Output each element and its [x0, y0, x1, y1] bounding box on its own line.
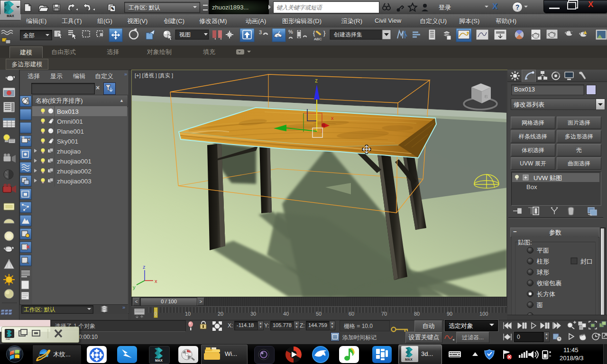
svg-text:x: x	[331, 115, 334, 121]
svg-text:创建选择集: 创建选择集	[333, 31, 362, 38]
svg-text:z: z	[143, 264, 146, 270]
svg-text:Box013: Box013	[57, 108, 79, 115]
svg-text:[+] [透视 ] [真实 ]: [+] [透视 ] [真实 ]	[135, 73, 173, 78]
svg-text:MAX: MAX	[405, 358, 413, 361]
svg-text:Plane001: Plane001	[57, 128, 84, 135]
svg-text:✎: ✎	[111, 7, 114, 11]
svg-text:%: %	[288, 29, 293, 35]
svg-text:球形: 球形	[537, 269, 549, 276]
svg-text:Omni001: Omni001	[57, 118, 83, 125]
svg-text:长方体: 长方体	[537, 291, 555, 298]
svg-text:ABC: ABC	[314, 37, 322, 41]
svg-text:zhuojiao001: zhuojiao001	[57, 158, 92, 165]
svg-text:平面: 平面	[537, 247, 549, 254]
svg-text:面: 面	[537, 301, 543, 309]
svg-text:}: }	[323, 29, 326, 36]
svg-text:MAX: MAX	[155, 359, 163, 362]
svg-text:max: max	[6, 337, 10, 340]
svg-text:3: 3	[259, 29, 262, 35]
svg-text:柱形: 柱形	[536, 258, 549, 265]
svg-text:zhuojiao003: zhuojiao003	[57, 178, 92, 185]
svg-text:封口: 封口	[580, 258, 593, 265]
svg-text:x: x	[155, 278, 157, 284]
svg-text:y: y	[133, 284, 136, 290]
svg-text:{: {	[313, 29, 315, 36]
svg-text:收缩包裹: 收缩包裹	[537, 280, 561, 287]
svg-text:z: z	[315, 77, 318, 84]
svg-text:右: 右	[484, 94, 488, 99]
svg-text:Sky001: Sky001	[57, 138, 78, 145]
svg-text:zhuojiao: zhuojiao	[57, 148, 81, 155]
svg-text:zhuojiao002: zhuojiao002	[57, 168, 92, 175]
svg-text:视图: 视图	[179, 31, 191, 38]
